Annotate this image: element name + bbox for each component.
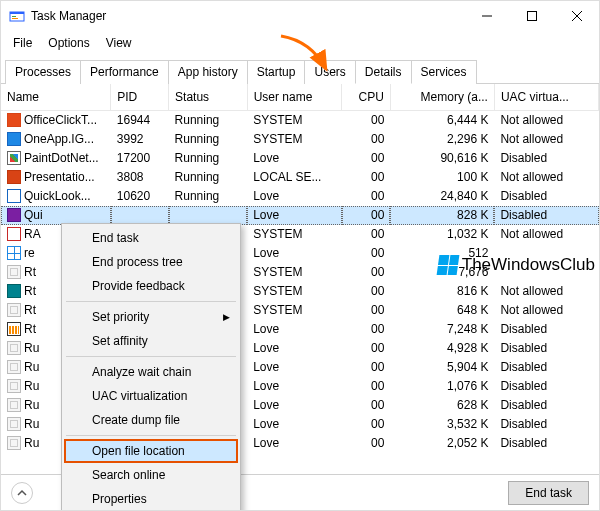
table-row[interactable]: PaintDotNet...17200RunningLove0090,616 K… [1,149,599,168]
process-icon [7,132,21,146]
menu-view[interactable]: View [98,33,140,53]
tab-processes[interactable]: Processes [5,60,81,84]
table-cell: Not allowed [494,168,598,187]
table-cell: 00 [342,187,391,206]
context-menu-item[interactable]: Set affinity [64,329,238,353]
table-cell: 828 K [390,206,494,225]
table-cell: SYSTEM [247,263,342,282]
context-menu-item[interactable]: Analyze wait chain [64,360,238,384]
table-cell: Love [247,339,342,358]
table-cell: 4,928 K [390,339,494,358]
tab-services[interactable]: Services [411,60,477,84]
table-cell: 24,840 K [390,187,494,206]
menu-file[interactable]: File [5,33,40,53]
table-row[interactable]: QuiLove00828 KDisabled [1,206,599,225]
maximize-button[interactable] [509,1,554,31]
windows-logo-icon [436,255,459,275]
tab-users[interactable]: Users [304,60,355,84]
table-cell: Disabled [494,149,598,168]
table-cell: 00 [342,244,391,263]
process-icon [7,284,21,298]
col-cpu[interactable]: CPU [342,84,391,111]
process-icon [7,113,21,127]
end-task-button[interactable]: End task [508,481,589,505]
context-menu-item[interactable]: Create dump file [64,408,238,432]
context-menu-item[interactable]: Provide feedback [64,274,238,298]
table-cell: 3,532 K [390,415,494,434]
context-menu-item[interactable]: End task [64,226,238,250]
table-cell: Presentatio... [1,168,111,187]
tab-details[interactable]: Details [355,60,412,84]
fewer-details-button[interactable] [11,482,33,504]
process-icon [7,379,21,393]
table-cell: Not allowed [494,282,598,301]
table-cell: 00 [342,415,391,434]
table-cell: 00 [342,168,391,187]
watermark-text: TheWindowsClub [462,255,595,275]
table-cell: 3808 [111,168,169,187]
process-icon [7,303,21,317]
table-cell: 10620 [111,187,169,206]
table-row[interactable]: OneApp.IG...3992RunningSYSTEM002,296 KNo… [1,130,599,149]
table-cell: 16944 [111,111,169,130]
table-cell: Disabled [494,206,598,225]
process-icon [7,151,21,165]
table-cell: Not allowed [494,301,598,320]
process-icon [7,417,21,431]
table-cell: 6,444 K [390,111,494,130]
table-row[interactable]: QuickLook...10620RunningLove0024,840 KDi… [1,187,599,206]
process-icon [7,170,21,184]
table-cell: 2,296 K [390,130,494,149]
table-row[interactable]: Presentatio...3808RunningLOCAL SE...0010… [1,168,599,187]
process-icon [7,436,21,450]
table-cell: 3992 [111,130,169,149]
col-uac[interactable]: UAC virtua... [494,84,598,111]
table-cell: Love [247,187,342,206]
tab-startup[interactable]: Startup [247,60,306,84]
context-menu-separator [66,356,236,357]
table-cell: Not allowed [494,130,598,149]
table-cell: Not allowed [494,225,598,244]
table-header-row[interactable]: Name PID Status User name CPU Memory (a.… [1,84,599,111]
table-cell [169,206,248,225]
svg-rect-5 [527,12,536,21]
table-cell: SYSTEM [247,111,342,130]
table-cell: 100 K [390,168,494,187]
context-menu-item[interactable]: Properties [64,487,238,511]
col-user[interactable]: User name [247,84,342,111]
table-cell: Running [169,187,248,206]
minimize-button[interactable] [464,1,509,31]
table-cell: Disabled [494,187,598,206]
col-pid[interactable]: PID [111,84,169,111]
app-icon [9,8,25,24]
col-memory[interactable]: Memory (a... [390,84,494,111]
table-row[interactable]: OfficeClickT...16944RunningSYSTEM006,444… [1,111,599,130]
context-menu-item[interactable]: End process tree [64,250,238,274]
close-button[interactable] [554,1,599,31]
col-name[interactable]: Name [1,84,111,111]
table-cell: SYSTEM [247,282,342,301]
window-title: Task Manager [31,9,106,23]
title-bar: Task Manager [1,1,599,31]
table-cell: 648 K [390,301,494,320]
svg-rect-1 [10,12,24,14]
col-status[interactable]: Status [169,84,248,111]
context-menu-item[interactable]: Open file location [64,439,238,463]
table-cell: 00 [342,282,391,301]
table-cell: Love [247,434,342,453]
svg-rect-2 [12,16,16,17]
table-cell: QuickLook... [1,187,111,206]
tab-app-history[interactable]: App history [168,60,248,84]
process-icon [7,322,21,336]
table-cell: Love [247,206,342,225]
context-menu-item[interactable]: Search online [64,463,238,487]
tab-performance[interactable]: Performance [80,60,169,84]
table-cell: 90,616 K [390,149,494,168]
table-cell: Disabled [494,415,598,434]
table-cell: Disabled [494,339,598,358]
table-cell: SYSTEM [247,130,342,149]
menu-options[interactable]: Options [40,33,97,53]
context-menu-item[interactable]: UAC virtualization [64,384,238,408]
context-menu-item[interactable]: Set priority▶ [64,305,238,329]
watermark: TheWindowsClub [434,253,599,277]
